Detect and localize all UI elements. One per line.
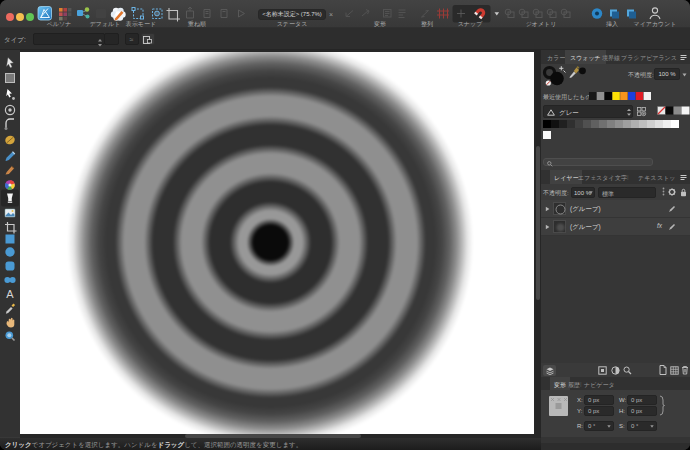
svg-text:A: A [6, 288, 14, 300]
